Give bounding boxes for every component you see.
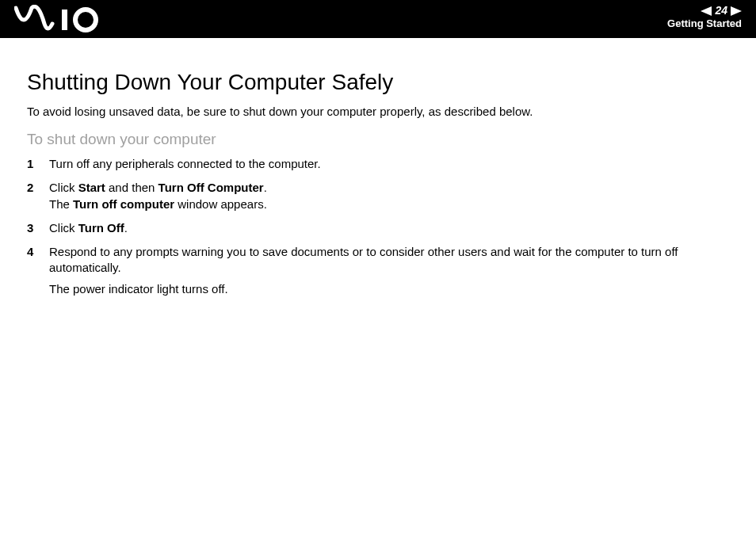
step-1: Turn off any peripherals connected to th…	[27, 156, 729, 172]
step-3: Click Turn Off.	[27, 220, 729, 236]
step-4: Respond to any prompts warning you to sa…	[27, 244, 729, 297]
page-content: Shutting Down Your Computer Safely To av…	[0, 38, 756, 297]
page-nav: 24	[667, 5, 742, 17]
page-title: Shutting Down Your Computer Safely	[27, 70, 729, 95]
steps-list: Turn off any peripherals connected to th…	[27, 156, 729, 297]
nav-next-icon[interactable]	[731, 6, 742, 16]
step-3-text: Click Turn Off.	[49, 221, 128, 235]
header-right: 24 Getting Started	[667, 5, 742, 30]
svg-rect-0	[62, 10, 67, 30]
page-number: 24	[715, 5, 727, 17]
page-header: 24 Getting Started	[0, 0, 756, 38]
subheading: To shut down your computer	[27, 131, 729, 148]
vaio-logo	[14, 5, 109, 33]
step-2: Click Start and then Turn Off Computer. …	[27, 180, 729, 212]
svg-marker-2	[701, 6, 712, 16]
svg-marker-3	[731, 6, 742, 16]
nav-prev-icon[interactable]	[701, 6, 712, 16]
section-name: Getting Started	[667, 18, 742, 29]
step-4-line1: Respond to any prompts warning you to sa…	[49, 245, 678, 274]
svg-point-1	[75, 10, 96, 30]
step-2-line2: The Turn off computer window appears.	[49, 197, 267, 211]
step-4-line2: The power indicator light turns off.	[49, 281, 729, 297]
step-2-line1: Click Start and then Turn Off Computer.	[49, 181, 267, 194]
intro-text: To avoid losing unsaved data, be sure to…	[27, 105, 729, 118]
step-1-text: Turn off any peripherals connected to th…	[49, 157, 321, 170]
